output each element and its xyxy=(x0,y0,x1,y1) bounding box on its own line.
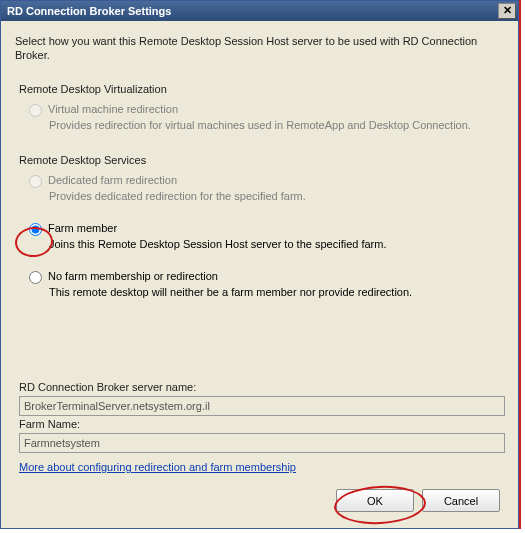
radio-farm-member[interactable] xyxy=(29,223,42,236)
broker-name-input[interactable] xyxy=(19,396,505,416)
option-vm-redirection: Virtual machine redirection xyxy=(29,103,504,117)
option-dedicated-farm-label: Dedicated farm redirection xyxy=(48,174,177,186)
option-farm-member-desc: Joins this Remote Desktop Session Host s… xyxy=(49,238,504,252)
farm-name-label: Farm Name: xyxy=(19,418,504,430)
option-vm-redirection-desc: Provides redirection for virtual machine… xyxy=(49,119,504,133)
section-heading-services: Remote Desktop Services xyxy=(19,154,504,166)
titlebar: RD Connection Broker Settings ✕ xyxy=(1,1,518,21)
more-info-link[interactable]: More about configuring redirection and f… xyxy=(19,461,296,473)
broker-name-label: RD Connection Broker server name: xyxy=(19,381,504,393)
dialog-window: RD Connection Broker Settings ✕ Select h… xyxy=(0,0,519,529)
dialog-content: Select how you want this Remote Desktop … xyxy=(1,21,518,528)
option-farm-member-label: Farm member xyxy=(48,222,117,234)
option-vm-redirection-label: Virtual machine redirection xyxy=(48,103,178,115)
cancel-button[interactable]: Cancel xyxy=(422,489,500,512)
radio-dedicated-farm xyxy=(29,175,42,188)
radio-vm-redirection xyxy=(29,104,42,117)
option-farm-member[interactable]: Farm member xyxy=(29,222,504,236)
farm-name-input[interactable] xyxy=(19,433,505,453)
option-dedicated-farm-desc: Provides dedicated redirection for the s… xyxy=(49,190,504,204)
dialog-button-row: OK Cancel xyxy=(15,489,500,512)
option-no-membership[interactable]: No farm membership or redirection xyxy=(29,270,504,284)
ok-button[interactable]: OK xyxy=(336,489,414,512)
close-icon[interactable]: ✕ xyxy=(498,3,516,19)
window-title: RD Connection Broker Settings xyxy=(7,5,498,17)
option-no-membership-label: No farm membership or redirection xyxy=(48,270,218,282)
option-no-membership-desc: This remote desktop will neither be a fa… xyxy=(49,286,504,300)
option-dedicated-farm: Dedicated farm redirection xyxy=(29,174,504,188)
intro-text: Select how you want this Remote Desktop … xyxy=(15,35,504,63)
radio-no-membership[interactable] xyxy=(29,271,42,284)
section-heading-virtualization: Remote Desktop Virtualization xyxy=(19,83,504,95)
